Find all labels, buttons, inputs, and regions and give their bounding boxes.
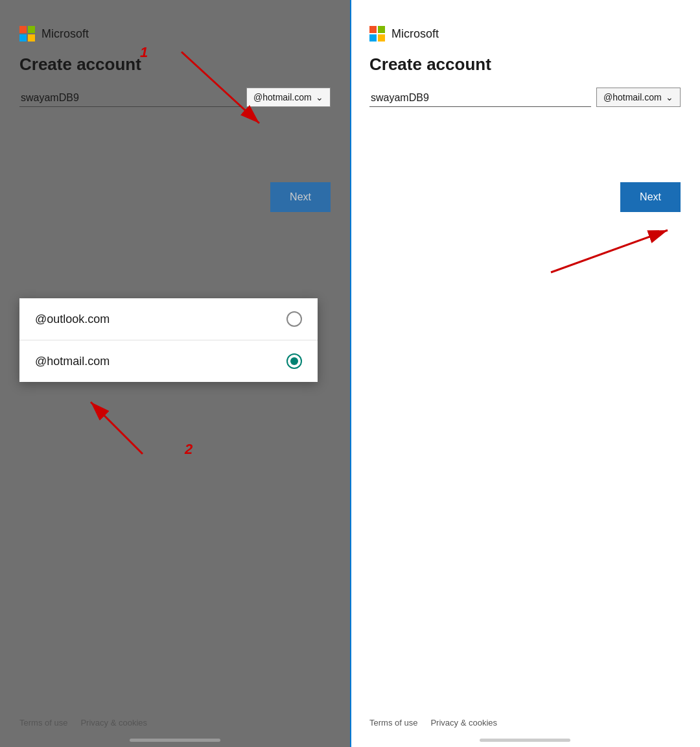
radio-outlook[interactable]: [286, 311, 302, 327]
logo-sq-green-r: [378, 26, 385, 33]
domain-dropdown-left: @outlook.com @hotmail.com: [19, 298, 318, 382]
annotation-arrow-right: [538, 220, 700, 285]
left-panel: Microsoft Create account @hotmail.com ⌄ …: [0, 0, 350, 747]
annotation-arrow-2: [65, 389, 207, 467]
panel-divider: [350, 0, 351, 747]
privacy-link-left[interactable]: Privacy & cookies: [80, 718, 147, 728]
ms-logo-left: Microsoft: [19, 26, 331, 42]
chevron-down-icon-right: ⌄: [666, 92, 673, 102]
ms-logo-right: Microsoft: [369, 26, 681, 42]
terms-link-right[interactable]: Terms of use: [369, 718, 417, 728]
username-input-right[interactable]: [369, 89, 591, 107]
input-row-right: @hotmail.com ⌄: [369, 88, 681, 107]
ms-logo-grid-left: [19, 26, 35, 42]
logo-sq-red: [19, 26, 27, 33]
logo-sq-red-r: [369, 26, 377, 33]
svg-line-3: [91, 402, 143, 454]
radio-hotmail[interactable]: [286, 353, 302, 369]
logo-sq-yellow: [28, 34, 35, 42]
footer-right: Terms of use Privacy & cookies: [369, 718, 681, 728]
privacy-link-right[interactable]: Privacy & cookies: [430, 718, 497, 728]
ms-logo-text-left: Microsoft: [41, 27, 89, 41]
input-row-left: @hotmail.com ⌄: [19, 88, 331, 107]
dropdown-item-outlook[interactable]: @outlook.com: [19, 298, 318, 340]
terms-link-left[interactable]: Terms of use: [19, 718, 67, 728]
domain-value-left: @hotmail.com: [253, 92, 312, 102]
logo-sq-green: [28, 26, 35, 33]
ms-logo-grid-right: [369, 26, 385, 42]
annotation-label-2: 2: [185, 441, 192, 458]
radio-hotmail-inner: [290, 357, 298, 365]
ms-logo-text-right: Microsoft: [391, 27, 439, 41]
create-account-title-left: Create account: [19, 54, 331, 75]
dropdown-item-hotmail[interactable]: @hotmail.com: [19, 340, 318, 382]
create-account-title-right: Create account: [369, 54, 681, 75]
bottom-bar-left: [130, 739, 220, 742]
bottom-bar-right: [480, 739, 570, 742]
logo-sq-yellow-r: [378, 34, 385, 42]
right-panel: Microsoft Create account @hotmail.com ⌄ …: [350, 0, 700, 747]
next-button-left[interactable]: Next: [270, 182, 331, 212]
svg-line-5: [551, 230, 668, 272]
next-button-right[interactable]: Next: [620, 182, 681, 212]
footer-left: Terms of use Privacy & cookies: [19, 718, 331, 728]
logo-sq-blue: [19, 34, 27, 42]
dropdown-label-hotmail: @hotmail.com: [35, 355, 110, 368]
username-input-left[interactable]: [19, 89, 241, 107]
domain-value-right: @hotmail.com: [603, 92, 662, 102]
domain-select-left[interactable]: @hotmail.com ⌄: [246, 88, 331, 107]
chevron-down-icon-left: ⌄: [316, 92, 323, 102]
logo-sq-blue-r: [369, 34, 377, 42]
dropdown-label-outlook: @outlook.com: [35, 313, 110, 326]
domain-select-right[interactable]: @hotmail.com ⌄: [596, 88, 681, 107]
